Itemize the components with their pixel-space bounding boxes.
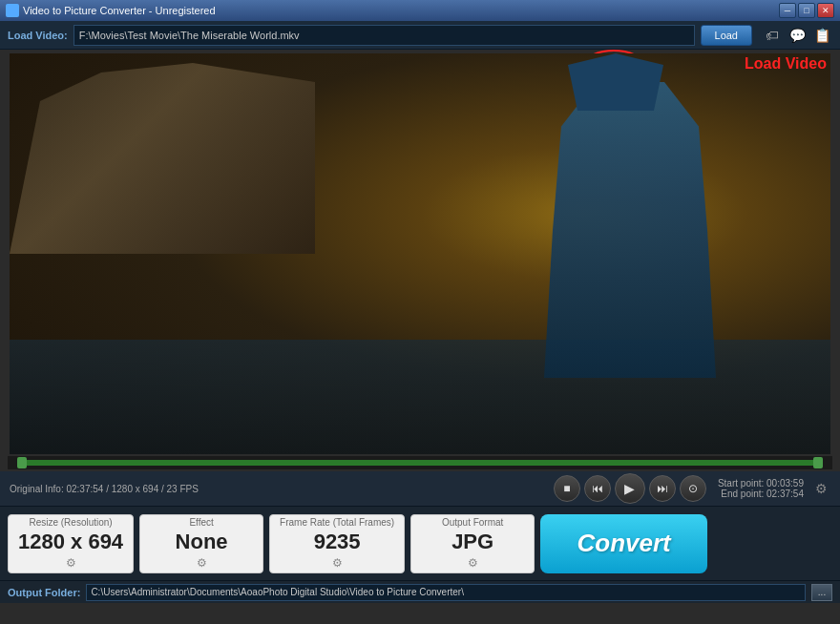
output-format-label: Output Format (442, 517, 503, 528)
video-area (10, 53, 830, 454)
seek-thumb-right[interactable] (813, 457, 823, 468)
snapshot-button[interactable]: ⊙ (680, 475, 706, 502)
effect-panel: Effect None ⚙ (139, 514, 263, 573)
settings-gear-icon[interactable]: ⚙ (811, 479, 830, 498)
next-button[interactable]: ⏭ (649, 475, 676, 502)
prev-button[interactable]: ⏮ (584, 475, 611, 502)
chat-icon[interactable]: 💬 (787, 25, 808, 46)
video-container: Load Video (0, 53, 840, 454)
original-info: Original Info: 02:37:54 / 1280 x 694 / 2… (10, 484, 550, 494)
next-icon: ⏭ (657, 482, 668, 495)
output-folder-browse-button[interactable]: ... (811, 584, 832, 601)
play-icon: ▶ (624, 481, 635, 496)
convert-button[interactable]: Convert (540, 514, 707, 573)
output-format-panel: Output Format JPG ⚙ (410, 514, 535, 573)
effect-value: None (176, 530, 228, 554)
titlebar-controls: ─ □ ✕ (779, 3, 834, 18)
framerate-value: 9235 (314, 530, 361, 554)
app-icon (6, 4, 19, 17)
document-icon[interactable]: 📋 (811, 25, 832, 46)
stop-button[interactable]: ■ (554, 475, 580, 502)
titlebar-title: Video to Picture Converter - Unregistere… (23, 5, 779, 16)
resize-value: 1280 x 694 (18, 530, 123, 554)
load-button[interactable]: Load (701, 25, 752, 46)
resize-label: Resize (Resolution) (29, 517, 112, 528)
effect-label: Effect (189, 517, 213, 528)
output-folder-path-input[interactable] (86, 584, 806, 601)
scene-hat (568, 53, 663, 111)
video-frame (10, 53, 830, 454)
seek-bar[interactable] (8, 456, 832, 469)
effect-settings-icon[interactable]: ⚙ (197, 556, 207, 570)
framerate-settings-icon[interactable]: ⚙ (332, 556, 343, 570)
load-video-label: Load Video: (8, 30, 68, 41)
minimize-button[interactable]: ─ (779, 3, 796, 18)
framerate-panel: Frame Rate (Total Frames) 9235 ⚙ (269, 514, 405, 573)
output-format-value: JPG (452, 530, 494, 554)
bottom-controls: Resize (Resolution) 1280 x 694 ⚙ Effect … (0, 506, 840, 580)
close-button[interactable]: ✕ (817, 3, 834, 18)
framerate-label: Frame Rate (Total Frames) (280, 517, 394, 528)
resize-settings-icon[interactable]: ⚙ (66, 556, 76, 570)
titlebar: Video to Picture Converter - Unregistere… (0, 0, 840, 21)
prev-icon: ⏮ (592, 482, 603, 495)
output-folder-bar: Output Folder: ... (0, 580, 840, 603)
resize-panel: Resize (Resolution) 1280 x 694 ⚙ (8, 514, 134, 573)
toolbar-icons: 🏷 💬 📋 (762, 25, 832, 46)
start-point: Start point: 00:03:59 (718, 478, 804, 489)
maximize-button[interactable]: □ (798, 3, 815, 18)
seek-thumb-left[interactable] (17, 457, 27, 468)
scene-figure (544, 82, 716, 378)
end-point: End point: 02:37:54 (718, 489, 804, 499)
snapshot-icon: ⊙ (688, 482, 698, 495)
output-folder-label: Output Folder: (8, 587, 80, 598)
load-video-path-input[interactable] (74, 25, 695, 46)
stop-icon: ■ (563, 482, 570, 495)
bookmark-icon[interactable]: 🏷 (762, 25, 783, 46)
controls-bar: Original Info: 02:37:54 / 1280 x 694 / 2… (0, 471, 840, 506)
load-video-bar: Load Video: Load 🏷 💬 📋 (0, 21, 840, 50)
time-info: Start point: 00:03:59 End point: 02:37:5… (718, 478, 804, 499)
seek-track (17, 460, 823, 466)
output-format-settings-icon[interactable]: ⚙ (468, 556, 478, 570)
play-button[interactable]: ▶ (615, 473, 645, 504)
